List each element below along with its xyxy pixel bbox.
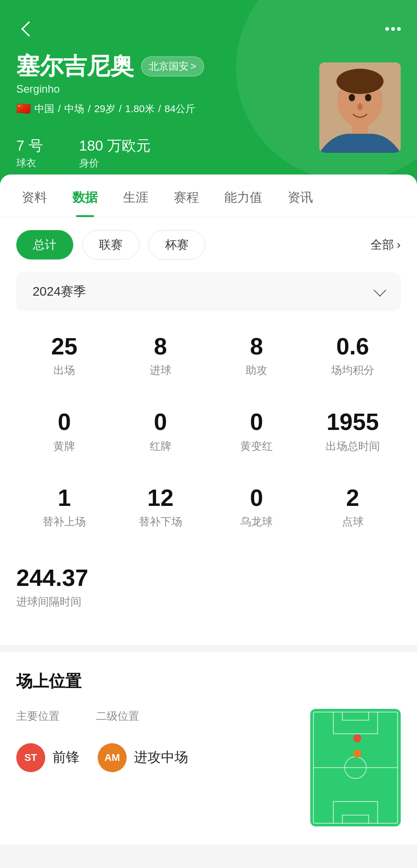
position-section: 场上位置 主要位置 二级位置 ST 前锋 AM 进攻中场 <box>0 652 417 844</box>
yellow-label: 黄牌 <box>16 439 113 453</box>
height: 1.80米 <box>125 102 155 116</box>
svg-point-5 <box>357 103 363 110</box>
filter-total[interactable]: 总计 <box>16 230 73 259</box>
section-divider <box>0 645 417 652</box>
assists-value: 8 <box>208 334 305 359</box>
chevron-down-icon <box>374 284 386 297</box>
filter-all[interactable]: 全部 › <box>370 237 401 253</box>
goals-label: 进球 <box>113 363 209 377</box>
primary-pos-name: 前锋 <box>52 748 80 767</box>
yellow-value: 0 <box>16 409 113 435</box>
position-dot-st <box>353 734 361 742</box>
stat-own-goals: 0 乌龙球 <box>208 481 305 533</box>
stat-red: 0 红牌 <box>113 405 209 458</box>
flag-icon: 🇨🇳 <box>16 102 31 116</box>
field-diagram <box>310 709 401 826</box>
red-label: 红牌 <box>113 439 209 453</box>
jersey-label: 球衣 <box>16 156 43 170</box>
appearances-label: 出场 <box>16 363 113 377</box>
secondary-pos-badge: AM <box>98 743 127 772</box>
sub-on-value: 1 <box>16 485 113 511</box>
appearances-value: 25 <box>16 334 113 359</box>
tab-schedule[interactable]: 赛程 <box>161 175 212 217</box>
sub-off-value: 12 <box>113 485 209 511</box>
tab-ability[interactable]: 能力值 <box>212 175 275 217</box>
stat-appearances: 25 出场 <box>16 329 113 382</box>
market-value-label: 身价 <box>79 156 151 170</box>
secondary-pos-name: 进攻中场 <box>134 748 188 767</box>
position-content: 主要位置 二级位置 ST 前锋 AM 进攻中场 <box>16 709 401 826</box>
position-labels: 主要位置 二级位置 ST 前锋 AM 进攻中场 <box>16 709 297 826</box>
primary-pos-badge: ST <box>16 743 45 772</box>
market-value-number: 180 万欧元 <box>79 129 151 155</box>
field-penalty-bottom <box>333 801 378 824</box>
tab-news[interactable]: 资讯 <box>275 175 326 217</box>
stat-total-time: 1955 出场总时间 <box>305 405 401 458</box>
yellow-red-value: 0 <box>208 409 305 435</box>
own-goals-label: 乌龙球 <box>208 514 305 529</box>
svg-point-3 <box>349 94 355 101</box>
stats-row-2: 0 黄牌 0 红牌 0 黄变红 1955 出场总时间 <box>16 405 401 458</box>
stat-sub-on: 1 替补上场 <box>16 481 113 533</box>
stat-yellow-red: 0 黄变红 <box>208 405 305 458</box>
assists-label: 助攻 <box>208 363 305 377</box>
tab-data[interactable]: 数据 <box>60 175 110 217</box>
sub-on-label: 替补上场 <box>16 514 113 529</box>
jersey-stat: 7 号 球衣 <box>16 129 43 170</box>
season-selector[interactable]: 2024赛季 <box>16 272 401 311</box>
primary-label: 主要位置 <box>16 709 60 723</box>
secondary-label: 二级位置 <box>96 709 139 723</box>
tabs: 资料 数据 生涯 赛程 能力值 资讯 <box>0 175 417 217</box>
total-time-label: 出场总时间 <box>305 439 401 453</box>
weight: 84公斤 <box>165 102 195 116</box>
svg-point-4 <box>365 94 371 101</box>
goal-interval-label: 进球间隔时间 <box>16 594 401 609</box>
stat-avg-score: 0.6 场均积分 <box>305 329 401 382</box>
tabs-container: 资料 数据 生涯 赛程 能力值 资讯 <box>0 175 417 217</box>
goals-value: 8 <box>113 334 209 359</box>
stats-row-3: 1 替补上场 12 替补下场 0 乌龙球 2 点球 <box>16 481 401 533</box>
total-time-value: 1955 <box>305 409 401 435</box>
jersey-number: 7 号 <box>16 129 43 155</box>
market-value-stat: 180 万欧元 身价 <box>79 129 151 170</box>
chevron-right-icon: › <box>397 238 401 252</box>
svg-point-2 <box>336 69 384 94</box>
filter-row: 总计 联赛 杯赛 全部 › <box>0 217 417 272</box>
field-center-circle <box>344 756 367 779</box>
avatar-image <box>319 62 401 153</box>
player-avatar <box>319 62 401 153</box>
age: 29岁 <box>94 102 115 116</box>
back-button[interactable] <box>16 18 38 40</box>
sub-off-label: 替补下场 <box>113 514 209 529</box>
position: 中场 <box>64 102 84 116</box>
avg-score-value: 0.6 <box>305 334 401 359</box>
player-header: 塞尔吉尼奥 北京国安 > Serginho 🇨🇳 中国 / 中场 / 29岁 /… <box>0 0 417 184</box>
penalties-value: 2 <box>305 485 401 511</box>
tab-career[interactable]: 生涯 <box>110 175 161 217</box>
back-arrow-icon <box>21 21 37 37</box>
penalties-label: 点球 <box>305 514 401 529</box>
stat-goals: 8 进球 <box>113 329 209 382</box>
avg-score-label: 场均积分 <box>305 363 401 377</box>
stat-yellow: 0 黄牌 <box>16 405 113 458</box>
filter-league[interactable]: 联赛 <box>82 230 139 259</box>
red-value: 0 <box>113 409 209 435</box>
stat-assists: 8 助攻 <box>208 329 305 382</box>
content-area: 总计 联赛 杯赛 全部 › 2024赛季 25 出场 8 进球 8 助攻 <box>0 217 417 645</box>
season-label: 2024赛季 <box>33 283 86 300</box>
stat-sub-off: 12 替补下场 <box>113 481 209 533</box>
nationality: 中国 <box>34 102 54 116</box>
field-penalty-top <box>333 712 378 734</box>
goal-interval-value: 244.37 <box>16 565 401 591</box>
team-badge[interactable]: 北京国安 > <box>141 57 204 76</box>
stat-penalties: 2 点球 <box>305 481 401 533</box>
primary-position-item: ST 前锋 <box>16 743 80 772</box>
player-name: 塞尔吉尼奥 <box>16 53 134 79</box>
yellow-red-label: 黄变红 <box>208 439 305 453</box>
filter-cup[interactable]: 杯赛 <box>148 230 205 259</box>
position-dot-am <box>353 750 361 758</box>
stats-grid: 25 出场 8 进球 8 助攻 0.6 场均积分 0 黄牌 0 <box>0 329 417 533</box>
tab-profile[interactable]: 资料 <box>9 175 60 217</box>
stats-row-1: 25 出场 8 进球 8 助攻 0.6 场均积分 <box>16 329 401 382</box>
position-section-title: 场上位置 <box>16 670 401 693</box>
